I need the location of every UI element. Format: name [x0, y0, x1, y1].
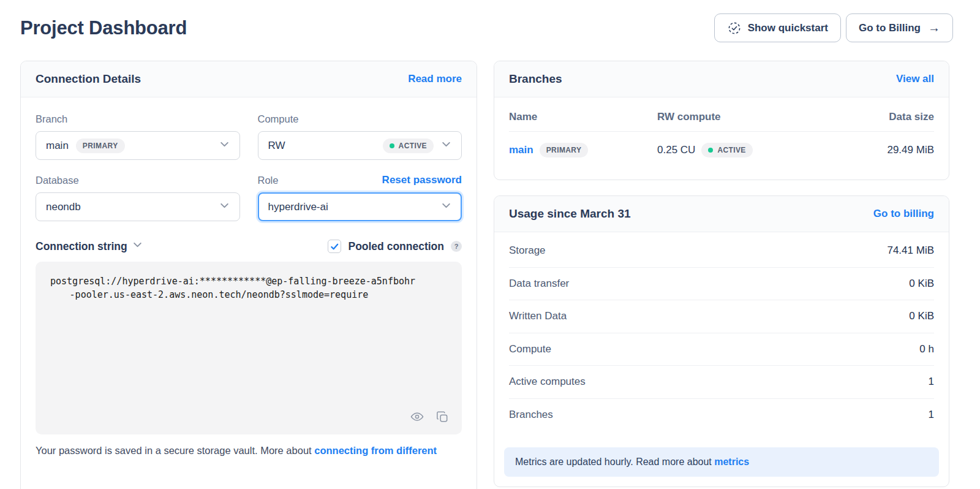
password-vault-note: Your password is saved in a secure stora… [36, 445, 462, 457]
connecting-from-link[interactable]: connecting from different [314, 445, 437, 456]
chevron-down-icon [219, 139, 230, 152]
usage-value: 1 [929, 409, 934, 421]
usage-value: 1 [929, 376, 934, 388]
pooled-connection-group: Pooled connection ? [328, 240, 462, 253]
copy-icon [435, 410, 450, 426]
role-field: Role Reset password hyperdrive-ai [258, 173, 462, 221]
show-quickstart-button[interactable]: Show quickstart [714, 13, 841, 42]
go-to-billing-button[interactable]: Go to Billing → [846, 13, 953, 42]
database-label: Database [36, 175, 79, 186]
compute-field: Compute RW ACTIVE [258, 112, 462, 160]
compute-units-value: 0.25 CU [657, 144, 695, 156]
chevron-down-icon [219, 200, 230, 213]
database-value: neondb [46, 201, 81, 213]
branch-compute-cell: 0.25 CU ACTIVE [657, 132, 887, 161]
banner-text: Metrics are updated hourly. Read more ab… [515, 457, 714, 467]
quickstart-check-icon [727, 21, 742, 36]
code-actions [410, 409, 450, 426]
arrow-right-icon: → [928, 21, 940, 35]
usage-body: Storage 74.41 MiB Data transfer 0 KiB Wr… [494, 232, 949, 441]
page-header: Project Dashboard Show quickstart Go to … [0, 0, 980, 42]
active-status-badge: ACTIVE [383, 138, 434, 153]
branch-label: Branch [36, 113, 67, 125]
usage-row-compute: Compute 0 h [509, 333, 934, 366]
connection-details-card: Connection Details Read more Branch main… [20, 61, 477, 489]
connection-string-toggle[interactable]: Connection string [36, 240, 143, 253]
view-all-link[interactable]: View all [896, 73, 934, 85]
active-dot-icon [708, 148, 713, 153]
branches-header: Branches View all [494, 61, 949, 97]
database-field: Database neondb [36, 173, 240, 221]
branch-field: Branch main PRIMARY [36, 112, 240, 160]
usage-label: Data transfer [509, 278, 569, 290]
connection-string-row: Connection string Pooled connection ? [36, 240, 462, 253]
help-icon[interactable]: ? [451, 241, 462, 252]
page-title: Project Dashboard [20, 17, 187, 39]
connection-string-code-block[interactable]: postgresql://hyperdrive-ai:************@… [36, 262, 462, 434]
column-header-name: Name [509, 102, 657, 131]
usage-value: 0 h [919, 343, 934, 355]
column-header-size: Data size [887, 102, 934, 131]
usage-label: Branches [509, 409, 553, 421]
usage-card: Usage since March 31 Go to billing Stora… [494, 195, 949, 487]
branch-name-cell: main PRIMARY [509, 132, 657, 161]
compute-select[interactable]: RW ACTIVE [258, 131, 462, 160]
usage-value: 74.41 MiB [887, 245, 934, 257]
connection-string-label: Connection string [36, 240, 127, 253]
go-to-billing-label: Go to Billing [859, 22, 921, 34]
usage-label: Written Data [509, 310, 567, 322]
role-select[interactable]: hyperdrive-ai [258, 192, 462, 221]
vault-note-text: Your password is saved in a secure stora… [36, 445, 314, 456]
role-label: Role [258, 175, 279, 186]
connection-details-body: Branch main PRIMARY [21, 97, 477, 489]
read-more-link[interactable]: Read more [408, 73, 462, 85]
compute-value: RW [268, 140, 285, 152]
usage-label: Compute [509, 343, 551, 355]
role-value: hyperdrive-ai [268, 201, 328, 213]
pooled-connection-checkbox[interactable] [328, 240, 341, 253]
right-column: Branches View all Name RW compute Data s… [494, 61, 949, 487]
usage-label: Storage [509, 245, 546, 257]
active-status-label: ACTIVE [717, 146, 745, 154]
usage-value: 0 KiB [909, 310, 934, 322]
database-select[interactable]: neondb [36, 192, 240, 221]
chevron-down-icon [132, 240, 143, 253]
active-dot-icon [390, 143, 394, 148]
usage-row-written-data: Written Data 0 KiB [509, 300, 934, 333]
pooled-connection-label: Pooled connection [348, 240, 444, 253]
connection-details-title: Connection Details [36, 72, 141, 86]
branch-select[interactable]: main PRIMARY [36, 131, 240, 160]
usage-row-branches: Branches 1 [509, 399, 934, 432]
usage-row-data-transfer: Data transfer 0 KiB [509, 268, 934, 301]
usage-label: Active computes [509, 376, 586, 388]
usage-row-storage: Storage 74.41 MiB [509, 235, 934, 268]
connection-details-header: Connection Details Read more [21, 61, 477, 97]
branch-value: main [46, 140, 69, 152]
column-header-compute: RW compute [657, 102, 887, 131]
branches-body: Name RW compute Data size main PRIMARY 0… [494, 97, 949, 180]
active-status-badge: ACTIVE [701, 143, 752, 157]
reveal-password-button[interactable] [410, 409, 424, 426]
left-column: Connection Details Read more Branch main… [20, 61, 477, 489]
metrics-info-banner: Metrics are updated hourly. Read more ab… [504, 447, 939, 477]
chevron-down-icon [441, 200, 451, 213]
branches-title: Branches [509, 72, 562, 86]
go-to-billing-link[interactable]: Go to billing [873, 208, 934, 220]
reset-password-link[interactable]: Reset password [382, 174, 462, 186]
compute-label: Compute [258, 113, 299, 125]
copy-button[interactable] [435, 410, 450, 426]
usage-row-active-computes: Active computes 1 [509, 366, 934, 399]
usage-value: 0 KiB [909, 278, 934, 290]
primary-badge: PRIMARY [540, 143, 589, 157]
eye-icon [410, 409, 424, 426]
branch-size-cell: 29.49 MiB [887, 133, 934, 160]
metrics-link[interactable]: metrics [714, 457, 749, 467]
branch-main-link[interactable]: main [509, 144, 533, 156]
active-status-label: ACTIVE [399, 142, 427, 150]
primary-badge: PRIMARY [76, 138, 125, 153]
connection-string-value: postgresql://hyperdrive-ai:************@… [50, 275, 447, 302]
branches-card: Branches View all Name RW compute Data s… [494, 61, 949, 180]
usage-header: Usage since March 31 Go to billing [494, 196, 949, 232]
main-content: Connection Details Read more Branch main… [0, 61, 980, 489]
usage-title: Usage since March 31 [509, 207, 631, 221]
